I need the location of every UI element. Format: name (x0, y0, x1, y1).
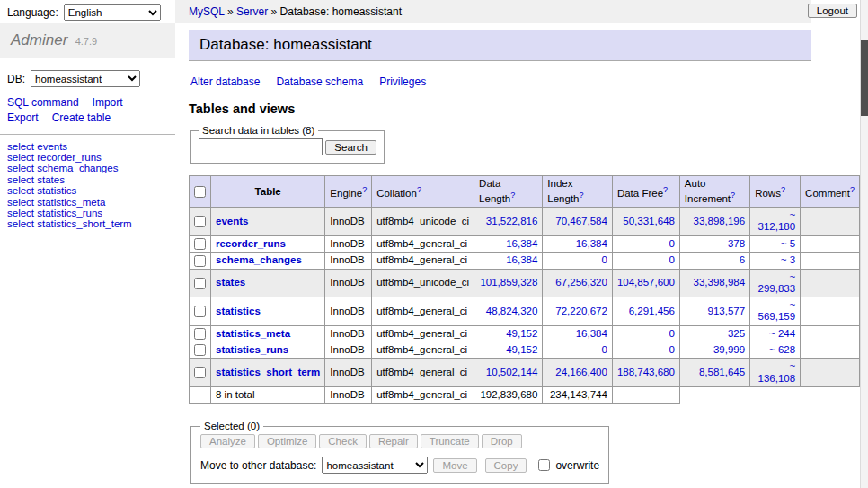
value-link[interactable]: 0 (601, 254, 607, 265)
value-link[interactable]: 378 (728, 238, 745, 249)
db-action-link[interactable]: Database schema (276, 75, 363, 88)
move-db-select[interactable]: homeassistant (322, 457, 428, 474)
help-link[interactable]: ? (663, 185, 668, 194)
value-link[interactable]: 16,384 (576, 238, 607, 249)
sidebar-table-link[interactable]: select statistics_short_term (7, 218, 168, 229)
bulk-action-button[interactable]: Repair (369, 434, 418, 448)
value-link[interactable]: 101,859,328 (480, 277, 537, 288)
value-link[interactable]: ~ 3 (781, 254, 795, 265)
value-link[interactable]: 913,577 (708, 306, 746, 316)
help-link[interactable]: ? (417, 185, 421, 194)
value-link[interactable]: ~ 244 (769, 328, 795, 339)
table-name-link[interactable]: statistics_short_term (216, 367, 320, 377)
value-link[interactable]: 72,220,672 (555, 306, 607, 316)
row-checkbox[interactable] (194, 367, 206, 378)
overwrite-checkbox[interactable] (538, 459, 550, 471)
bulk-action-button[interactable]: Truncate (421, 434, 479, 448)
value-link[interactable]: 0 (601, 344, 607, 355)
row-checkbox[interactable] (194, 216, 206, 227)
help-link[interactable]: ? (850, 185, 855, 194)
row-checkbox[interactable] (194, 328, 206, 340)
select-all-checkbox[interactable] (194, 186, 206, 198)
value-link[interactable]: 48,824,320 (486, 306, 538, 316)
language-select[interactable]: English (64, 4, 161, 21)
search-button[interactable]: Search (325, 140, 376, 155)
breadcrumb-link[interactable]: MySQL (189, 5, 225, 18)
breadcrumb-link[interactable]: Server (236, 5, 268, 18)
help-link[interactable]: ? (781, 185, 785, 194)
row-checkbox[interactable] (194, 238, 206, 250)
move-button[interactable]: Move (433, 458, 476, 473)
help-link[interactable]: ? (510, 191, 515, 200)
value-link[interactable]: 33,398,984 (694, 277, 746, 288)
table-name-link[interactable]: statistics_meta (216, 328, 290, 339)
value-link[interactable]: 8,581,645 (699, 367, 745, 377)
row-checkbox[interactable] (194, 255, 206, 267)
value-link[interactable]: 49,152 (506, 344, 537, 355)
sidebar-table-link[interactable]: select events (7, 141, 168, 152)
value-link[interactable]: 49,152 (506, 328, 537, 339)
value-link[interactable]: 24,166,400 (555, 367, 607, 377)
db-action-link[interactable]: Alter database (190, 75, 260, 88)
value-link[interactable]: 39,999 (713, 344, 745, 355)
help-link[interactable]: ? (362, 185, 367, 194)
value-link[interactable]: ~ 5 (781, 238, 795, 249)
value-link[interactable]: ~ 299,833 (758, 271, 796, 294)
sidebar-action-link[interactable]: Export (7, 111, 39, 126)
value-link[interactable]: 67,256,320 (555, 277, 607, 288)
value-link[interactable]: 6,291,456 (629, 306, 675, 316)
bulk-action-button[interactable]: Check (319, 434, 367, 448)
copy-button[interactable]: Copy (485, 458, 527, 473)
value-link[interactable]: 33,898,196 (694, 216, 746, 226)
sidebar-action-link[interactable]: SQL command (7, 95, 79, 111)
sidebar-table-link[interactable]: select statistics_runs (7, 208, 168, 218)
value-link[interactable]: 31,522,816 (486, 216, 538, 226)
help-link[interactable]: ? (580, 191, 584, 200)
row-checkbox[interactable] (194, 344, 206, 356)
scrollbar-thumb[interactable] (861, 40, 868, 116)
table-name-link[interactable]: statistics_runs (216, 344, 288, 355)
sidebar-table-link[interactable]: select statistics (7, 185, 168, 196)
value-link[interactable]: 16,384 (506, 238, 537, 249)
table-name-link[interactable]: recorder_runs (216, 238, 286, 249)
logout-button[interactable]: Logout (808, 4, 857, 18)
row-checkbox[interactable] (194, 306, 206, 317)
bulk-action-button[interactable]: Drop (482, 434, 522, 448)
scrollbar-track[interactable] (860, 0, 868, 488)
sidebar-action-link[interactable]: Import (93, 95, 123, 111)
value-link[interactable]: 0 (669, 328, 674, 339)
search-input[interactable] (199, 138, 323, 155)
value-link[interactable]: 70,467,584 (555, 216, 607, 226)
value-link[interactable]: 10,502,144 (486, 367, 538, 377)
sidebar-table-link[interactable]: select states (7, 174, 168, 185)
table-name-link[interactable]: events (216, 216, 248, 226)
db-select[interactable]: homeassistant (31, 70, 140, 87)
bulk-action-button[interactable]: Analyze (200, 434, 255, 448)
value-link[interactable]: ~ 628 (769, 344, 795, 355)
value-link[interactable]: 50,331,648 (623, 216, 675, 226)
table-name-link[interactable]: statistics (216, 306, 261, 316)
value-link[interactable]: ~ 136,108 (758, 360, 796, 383)
value-link[interactable]: 0 (669, 344, 674, 355)
table-name-link[interactable]: states (216, 277, 245, 288)
help-link[interactable]: ? (731, 191, 735, 200)
value-link[interactable]: 16,384 (506, 254, 537, 265)
sidebar-table-link[interactable]: select recorder_runs (7, 152, 168, 163)
value-link[interactable]: 188,743,680 (617, 367, 675, 377)
value-link[interactable]: 104,857,600 (617, 277, 675, 288)
db-action-link[interactable]: Privileges (379, 75, 426, 88)
value-link[interactable]: 0 (669, 254, 674, 265)
row-checkbox[interactable] (194, 278, 206, 289)
value-link[interactable]: ~ 569,159 (758, 299, 796, 322)
app-name[interactable]: Adminer (11, 31, 67, 49)
value-link[interactable]: 6 (740, 254, 745, 265)
value-link[interactable]: ~ 312,180 (758, 209, 796, 232)
sidebar-action-link[interactable]: Create table (52, 111, 111, 126)
value-link[interactable]: 325 (728, 328, 745, 339)
value-link[interactable]: 0 (669, 238, 674, 249)
sidebar-table-link[interactable]: select schema_changes (7, 163, 168, 173)
sidebar-table-link[interactable]: select statistics_meta (7, 197, 168, 208)
value-link[interactable]: 16,384 (576, 328, 607, 339)
table-name-link[interactable]: schema_changes (216, 254, 302, 265)
bulk-action-button[interactable]: Optimize (258, 434, 316, 448)
